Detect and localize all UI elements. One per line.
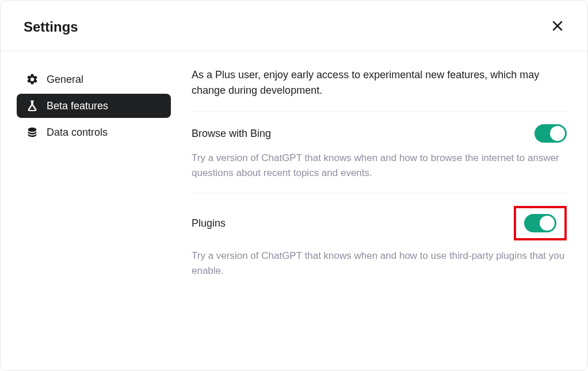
- modal-body: General Beta features Data controls: [1, 51, 587, 370]
- flask-icon: [26, 100, 39, 112]
- settings-content: As a Plus user, enjoy early access to ex…: [192, 67, 567, 354]
- modal-header: Settings: [1, 1, 587, 51]
- toggle-plugins[interactable]: [524, 214, 556, 232]
- feature-header: Browse with Bing: [192, 124, 567, 143]
- feature-description: Try a version of ChatGPT that knows when…: [192, 151, 567, 180]
- sidebar-item-label: Beta features: [47, 100, 108, 112]
- modal-title: Settings: [24, 19, 78, 35]
- feature-description: Try a version of ChatGPT that knows when…: [192, 248, 567, 278]
- sidebar-item-beta-features[interactable]: Beta features: [17, 94, 171, 118]
- sidebar-item-label: General: [47, 74, 83, 86]
- toggle-browse-with-bing[interactable]: [534, 124, 567, 143]
- intro-text: As a Plus user, enjoy early access to ex…: [192, 67, 567, 112]
- settings-modal: Settings General: [0, 0, 588, 371]
- feature-title: Browse with Bing: [192, 128, 271, 140]
- close-button[interactable]: [548, 17, 567, 37]
- sidebar-item-general[interactable]: General: [17, 67, 171, 91]
- feature-plugins: Plugins Try a version of ChatGPT that kn…: [192, 193, 567, 290]
- highlight-annotation: [514, 206, 567, 240]
- sidebar-item-label: Data controls: [47, 127, 108, 139]
- settings-sidebar: General Beta features Data controls: [17, 67, 171, 354]
- feature-header: Plugins: [192, 206, 567, 240]
- feature-browse-with-bing: Browse with Bing Try a version of ChatGP…: [192, 112, 567, 193]
- gear-icon: [26, 73, 39, 86]
- database-icon: [26, 126, 39, 139]
- sidebar-item-data-controls[interactable]: Data controls: [17, 120, 171, 144]
- close-icon: [551, 19, 564, 35]
- feature-title: Plugins: [192, 217, 226, 230]
